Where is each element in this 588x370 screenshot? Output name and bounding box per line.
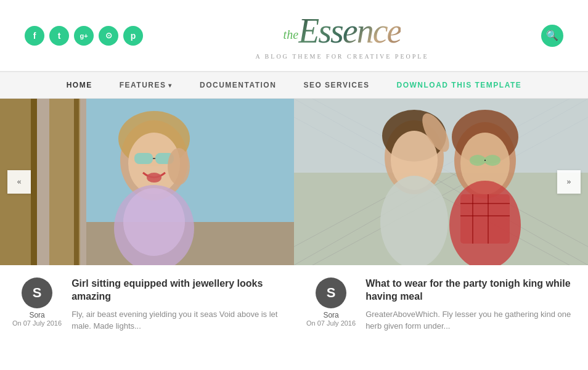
svg-rect-35 xyxy=(460,194,510,244)
header: f t g+ ⊙ p theEssence A BLOG THEME FOR C… xyxy=(0,0,588,71)
svg-rect-5 xyxy=(86,99,294,222)
nav-item-features[interactable]: FEATURES ▾ xyxy=(106,72,186,98)
twitter-icon[interactable]: t xyxy=(49,26,69,46)
card-2-info: S Sora On 07 July 2016 What to wear for … xyxy=(294,265,588,342)
card-2-nav-arrow[interactable]: » xyxy=(557,170,581,194)
card-1-author: Sora xyxy=(29,311,44,319)
card-2-author: Sora xyxy=(323,311,338,319)
card-1: « S Sora On 07 July 2016 Girl sitting eq… xyxy=(0,99,294,342)
svg-point-15 xyxy=(123,188,185,256)
card-2-illustration xyxy=(294,99,588,265)
main-content: « S Sora On 07 July 2016 Girl sitting eq… xyxy=(0,99,588,342)
social-icons: f t g+ ⊙ p xyxy=(25,26,143,46)
card-1-info: S Sora On 07 July 2016 Girl sitting equi… xyxy=(0,265,294,342)
card-2-avatar: S xyxy=(316,278,346,308)
svg-point-16 xyxy=(168,148,190,185)
cards-grid: « S Sora On 07 July 2016 Girl sitting eq… xyxy=(0,99,588,342)
card-2-date: On 07 July 2016 xyxy=(306,319,356,327)
card-1-avatar: S xyxy=(22,278,52,308)
svg-point-13 xyxy=(147,173,161,183)
card-1-text: Girl sitting equipped with jewellery loo… xyxy=(71,278,282,332)
logo-main-text: Essence xyxy=(298,12,401,50)
card-1-illustration xyxy=(0,99,294,265)
card-1-date: On 07 July 2016 xyxy=(12,319,62,327)
logo-subtitle: A BLOG THEME FOR CREATIVE PEOPLE xyxy=(255,53,428,60)
card-2-excerpt: GreaterAboveWhich. Fly lesser you he gat… xyxy=(365,308,576,332)
card-1-nav-arrow[interactable]: « xyxy=(7,170,31,194)
svg-rect-4 xyxy=(74,99,79,265)
card-2-image: » xyxy=(294,99,588,265)
nav-item-home[interactable]: HOME xyxy=(53,72,106,98)
card-2-text: What to wear for the party tonigh king w… xyxy=(365,278,576,332)
card-1-excerpt: Fly, air beast evening yielding you it s… xyxy=(71,308,282,332)
features-dropdown-icon: ▾ xyxy=(168,82,173,89)
search-button[interactable]: 🔍 xyxy=(541,25,563,47)
svg-rect-2 xyxy=(31,99,37,265)
google-plus-icon[interactable]: g+ xyxy=(74,26,94,46)
card-2: » S Sora On 07 July 2016 What to wear fo… xyxy=(294,99,588,342)
nav-item-download[interactable]: DOWNLOAD THIS TEMPLATE xyxy=(383,72,536,98)
instagram-icon[interactable]: ⊙ xyxy=(99,26,118,46)
nav-item-seo-services[interactable]: SEO SERVICES xyxy=(290,72,383,98)
navigation: HOME FEATURES ▾ DOCUMENTATION SEO SERVIC… xyxy=(0,72,588,99)
card-1-title: Girl sitting equipped with jewellery loo… xyxy=(71,278,282,303)
nav-item-documentation[interactable]: DOCUMENTATION xyxy=(186,72,290,98)
svg-rect-10 xyxy=(134,153,153,164)
facebook-icon[interactable]: f xyxy=(25,26,44,46)
logo-title: theEssence xyxy=(255,11,428,51)
svg-point-41 xyxy=(484,155,500,166)
card-1-image: « xyxy=(0,99,294,265)
logo: theEssence A BLOG THEME FOR CREATIVE PEO… xyxy=(255,11,428,60)
pinterest-icon[interactable]: p xyxy=(123,26,143,46)
svg-point-40 xyxy=(470,155,486,166)
logo-prefix: the xyxy=(284,28,298,41)
svg-point-30 xyxy=(380,176,448,265)
card-2-title: What to wear for the party tonigh king w… xyxy=(365,278,576,303)
